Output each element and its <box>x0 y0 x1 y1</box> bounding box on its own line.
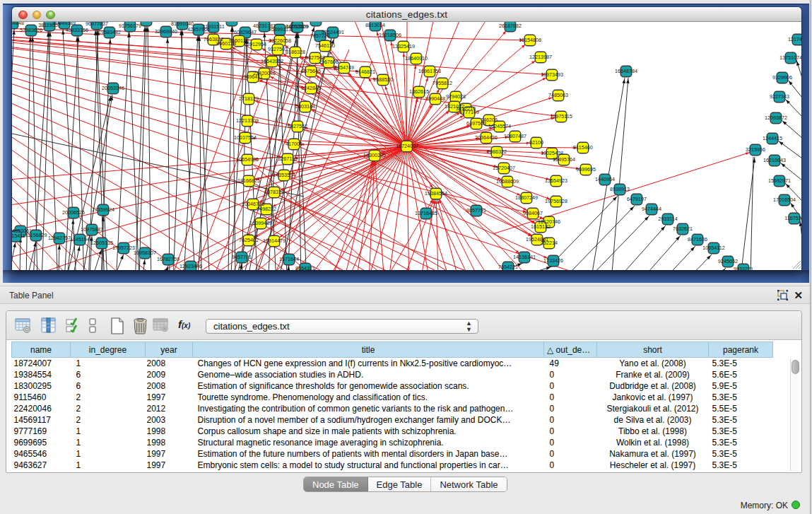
svg-text:18300295: 18300295 <box>363 152 386 158</box>
svg-text:17359924: 17359924 <box>92 206 114 213</box>
svg-text:20206526: 20206526 <box>62 209 85 216</box>
svg-text:1167533: 1167533 <box>784 215 801 221</box>
svg-text:16782759: 16782759 <box>157 256 180 262</box>
svg-text:3912954: 3912954 <box>247 41 266 47</box>
svg-text:16033809: 16033809 <box>286 23 309 30</box>
svg-text:26187682: 26187682 <box>499 23 522 29</box>
svg-text:9242848: 9242848 <box>301 85 321 91</box>
svg-text:6497503: 6497503 <box>466 120 486 127</box>
svg-text:16099489: 16099489 <box>249 220 272 226</box>
svg-text:10107554: 10107554 <box>234 134 257 141</box>
svg-text:9084067: 9084067 <box>523 210 543 216</box>
svg-text:8813014: 8813014 <box>365 22 385 28</box>
svg-text:45833156: 45833156 <box>66 27 88 33</box>
svg-text:1615132: 1615132 <box>531 223 551 230</box>
svg-text:32969840: 32969840 <box>155 28 177 35</box>
svg-text:7955812: 7955812 <box>433 80 452 86</box>
svg-text:8427552: 8427552 <box>288 123 307 129</box>
svg-text:8186328: 8186328 <box>286 49 305 55</box>
svg-text:9457791: 9457791 <box>232 254 252 260</box>
svg-text:7632621: 7632621 <box>673 226 693 232</box>
svg-text:20364436: 20364436 <box>475 134 498 141</box>
svg-text:9115460: 9115460 <box>573 144 592 151</box>
svg-text:8878312: 8878312 <box>264 189 284 195</box>
svg-text:8471636: 8471636 <box>688 236 707 243</box>
svg-text:16210643: 16210643 <box>763 157 786 163</box>
svg-text:8675645: 8675645 <box>301 68 321 74</box>
svg-text:95225343: 95225343 <box>135 22 158 23</box>
svg-text:15495764: 15495764 <box>553 156 575 163</box>
svg-text:18724007: 18724007 <box>396 143 418 149</box>
svg-text:7857224: 7857224 <box>310 33 330 39</box>
svg-text:1571644: 1571644 <box>279 256 299 262</box>
svg-text:19166825: 19166825 <box>237 177 260 184</box>
svg-text:13751074: 13751074 <box>779 54 801 61</box>
svg-text:3215956: 3215956 <box>746 146 765 153</box>
svg-text:1440954: 1440954 <box>595 176 615 182</box>
svg-text:1145194: 1145194 <box>70 236 89 243</box>
svg-text:14136141: 14136141 <box>513 254 536 260</box>
svg-text:252214: 252214 <box>541 240 558 246</box>
svg-text:1588520: 1588520 <box>373 76 393 83</box>
svg-text:15720407: 15720407 <box>493 165 515 171</box>
svg-text:60929647: 60929647 <box>234 29 257 35</box>
svg-text:417006: 417006 <box>286 141 302 147</box>
svg-text:1362615: 1362615 <box>409 88 429 95</box>
svg-text:10807487: 10807487 <box>504 133 526 139</box>
svg-text:6479197: 6479197 <box>627 196 647 202</box>
svg-text:12505135: 12505135 <box>90 240 113 246</box>
svg-text:12923446: 12923446 <box>180 263 202 269</box>
svg-text:19384554: 19384554 <box>425 190 447 197</box>
svg-text:9896411: 9896411 <box>243 74 262 80</box>
svg-text:15692971: 15692971 <box>768 177 791 184</box>
svg-text:9498222: 9498222 <box>257 206 276 212</box>
svg-text:99949389: 99949389 <box>53 22 76 26</box>
svg-text:20053346: 20053346 <box>102 85 124 91</box>
svg-text:72043515: 72043515 <box>220 22 243 23</box>
svg-text:7485063: 7485063 <box>548 92 568 98</box>
svg-text:96977837: 96977837 <box>86 22 108 27</box>
svg-text:13716485: 13716485 <box>415 210 437 216</box>
svg-text:1217443: 1217443 <box>788 36 801 42</box>
svg-text:12213309: 12213309 <box>236 117 259 124</box>
svg-text:9660128: 9660128 <box>229 37 249 44</box>
svg-text:13325419: 13325419 <box>392 43 415 49</box>
svg-text:1244415: 1244415 <box>763 135 782 141</box>
svg-text:19756928: 19756928 <box>545 198 567 204</box>
svg-text:10654985: 10654985 <box>236 156 259 163</box>
svg-text:8454749: 8454749 <box>334 64 354 71</box>
svg-text:9327503: 9327503 <box>268 46 288 52</box>
svg-text:9794028: 9794028 <box>446 93 466 100</box>
svg-text:12975115: 12975115 <box>550 113 572 119</box>
svg-text:9990448: 9990448 <box>425 95 445 102</box>
svg-text:9329906: 9329906 <box>772 74 792 81</box>
svg-text:17957223: 17957223 <box>112 245 135 251</box>
svg-text:8938913: 8938913 <box>610 186 630 192</box>
svg-text:10688609: 10688609 <box>496 178 519 185</box>
svg-text:16154808: 16154808 <box>519 37 541 43</box>
svg-text:9227343: 9227343 <box>770 93 789 100</box>
svg-text:91756179: 91756179 <box>119 23 141 29</box>
svg-text:10975887: 10975887 <box>81 226 103 233</box>
svg-text:12213987: 12213987 <box>529 54 552 60</box>
svg-text:16245574: 16245574 <box>488 123 511 129</box>
svg-text:3267110: 3267110 <box>278 156 297 162</box>
svg-text:16961758: 16961758 <box>418 68 441 74</box>
svg-text:10025438: 10025438 <box>541 150 563 156</box>
svg-text:2803144: 2803144 <box>295 103 315 110</box>
svg-text:62100: 62100 <box>529 139 543 146</box>
svg-text:16543962: 16543962 <box>261 58 283 64</box>
svg-text:16648784: 16648784 <box>615 68 637 74</box>
svg-text:19218506: 19218506 <box>379 32 401 38</box>
svg-text:13654923: 13654923 <box>545 177 567 184</box>
svg-text:9245652: 9245652 <box>718 258 738 264</box>
svg-text:23226058: 23226058 <box>269 37 291 44</box>
svg-text:11156829: 11156829 <box>25 232 47 238</box>
svg-text:10973493: 10973493 <box>541 71 563 78</box>
svg-text:8654321: 8654321 <box>295 265 315 270</box>
svg-text:3915411: 3915411 <box>12 233 25 239</box>
svg-text:12093872: 12093872 <box>765 115 787 121</box>
svg-text:18640910: 18640910 <box>405 55 428 62</box>
svg-text:9699695: 9699695 <box>576 166 596 173</box>
svg-text:16914479: 16914479 <box>263 238 286 244</box>
